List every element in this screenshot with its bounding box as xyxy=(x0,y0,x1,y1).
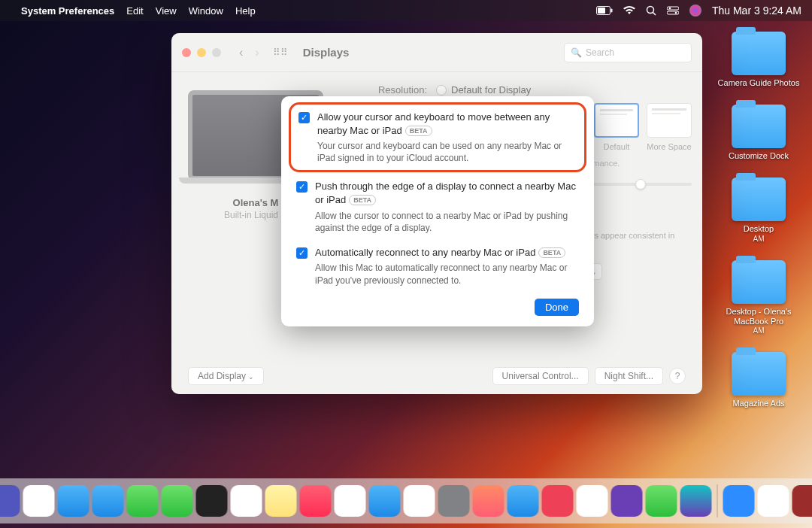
svg-line-4 xyxy=(653,13,656,16)
svg-point-3 xyxy=(647,7,653,14)
dock-app-asana[interactable] xyxy=(473,485,504,517)
option-desc: Allow this Mac to automatically reconnec… xyxy=(315,262,579,286)
folder-icon xyxy=(732,32,786,75)
menu-bar: System Preferences Edit View Window Help… xyxy=(0,0,812,21)
dock-app-dictionary[interactable] xyxy=(792,485,813,517)
svg-rect-7 xyxy=(667,11,679,14)
dock xyxy=(0,478,812,523)
control-center-icon[interactable] xyxy=(667,6,679,15)
dock-app-facetime[interactable] xyxy=(162,485,193,517)
option-desc: Allow the cursor to connect to a nearby … xyxy=(315,210,579,234)
spotlight-icon[interactable] xyxy=(646,5,656,16)
option-desc: Your cursor and keyboard can be used on … xyxy=(317,140,577,164)
dock-app-daisydisk[interactable] xyxy=(646,485,677,517)
option-title: Push through the edge of a display to co… xyxy=(315,180,579,206)
dock-app-chrome[interactable] xyxy=(23,485,55,517)
desktop-folder[interactable]: DesktopAM xyxy=(717,178,800,243)
dock-app-calendar[interactable] xyxy=(231,485,262,517)
menu-window[interactable]: Window xyxy=(189,5,223,17)
folder-label: Customize Dock xyxy=(729,151,789,161)
option-title: Allow your cursor and keyboard to move b… xyxy=(317,111,577,137)
dock-app-notes[interactable] xyxy=(265,485,297,517)
folder-icon xyxy=(732,260,786,304)
folder-label: Magazine Ads xyxy=(732,399,784,408)
battery-icon[interactable] xyxy=(596,6,613,15)
dock-separator xyxy=(717,484,718,517)
dock-app-teams[interactable] xyxy=(0,485,20,517)
desktop-folder[interactable]: Customize Dock xyxy=(717,105,800,161)
menu-datetime[interactable]: Thu Mar 3 9:24 AM xyxy=(712,5,801,17)
dock-app-dash[interactable] xyxy=(611,485,643,517)
menu-app-name[interactable]: System Preferences xyxy=(21,5,114,17)
checkbox[interactable]: ✓ xyxy=(298,112,310,123)
dock-app-slack[interactable] xyxy=(404,485,435,517)
beta-badge: BETA xyxy=(349,195,376,205)
dock-app-1password[interactable] xyxy=(508,485,539,517)
siri-icon[interactable] xyxy=(689,5,701,17)
folder-label: Desktop - Olena's MacBook ProAM xyxy=(717,307,800,335)
dock-app-photos[interactable] xyxy=(577,485,608,517)
svg-rect-2 xyxy=(611,9,612,13)
folder-label: DesktopAM xyxy=(744,224,774,243)
desktop-folder[interactable]: Camera Guide Photos xyxy=(717,32,800,88)
dock-app-preview[interactable] xyxy=(758,485,789,517)
dock-app-zoom[interactable] xyxy=(723,485,755,517)
dock-app-slack-web[interactable] xyxy=(127,485,159,517)
dock-app-canva[interactable] xyxy=(680,485,712,517)
beta-badge: BETA xyxy=(538,247,565,258)
universal-control-option: ✓Allow your cursor and keyboard to move … xyxy=(289,102,586,172)
menu-view[interactable]: View xyxy=(156,5,177,17)
desktop-icons: Camera Guide PhotosCustomize DockDesktop… xyxy=(717,32,800,408)
wifi-icon[interactable] xyxy=(623,6,635,15)
menu-edit[interactable]: Edit xyxy=(126,5,143,17)
option-title: Automatically reconnect to any nearby Ma… xyxy=(315,246,579,259)
svg-rect-1 xyxy=(598,8,605,14)
dock-app-pocket[interactable] xyxy=(542,485,574,517)
universal-control-option: ✓Automatically reconnect to any nearby M… xyxy=(296,246,579,287)
dock-app-reminders[interactable] xyxy=(335,485,366,517)
universal-control-option: ✓Push through the edge of a display to c… xyxy=(296,180,579,233)
svg-point-8 xyxy=(675,12,677,14)
checkbox[interactable]: ✓ xyxy=(296,181,308,193)
dock-app-appstore[interactable] xyxy=(369,485,401,517)
dock-app-syspref[interactable] xyxy=(438,485,470,517)
desktop-folder[interactable]: Magazine Ads xyxy=(717,352,800,408)
dock-app-music[interactable] xyxy=(300,485,332,517)
checkbox[interactable]: ✓ xyxy=(296,247,308,259)
done-button[interactable]: Done xyxy=(535,299,579,316)
dock-app-appletv[interactable] xyxy=(196,485,228,517)
folder-icon xyxy=(732,178,786,221)
menu-help[interactable]: Help xyxy=(235,5,256,17)
universal-control-sheet: ✓Allow your cursor and keyboard to move … xyxy=(281,96,594,326)
folder-icon xyxy=(732,105,786,148)
folder-label: Camera Guide Photos xyxy=(718,78,800,88)
svg-point-6 xyxy=(669,8,671,10)
desktop-folder[interactable]: Desktop - Olena's MacBook ProAM xyxy=(717,260,800,335)
svg-rect-5 xyxy=(667,7,679,10)
dock-app-safari[interactable] xyxy=(58,485,89,517)
folder-icon xyxy=(732,352,786,396)
beta-badge: BETA xyxy=(405,126,432,136)
dock-app-mail[interactable] xyxy=(92,485,124,517)
